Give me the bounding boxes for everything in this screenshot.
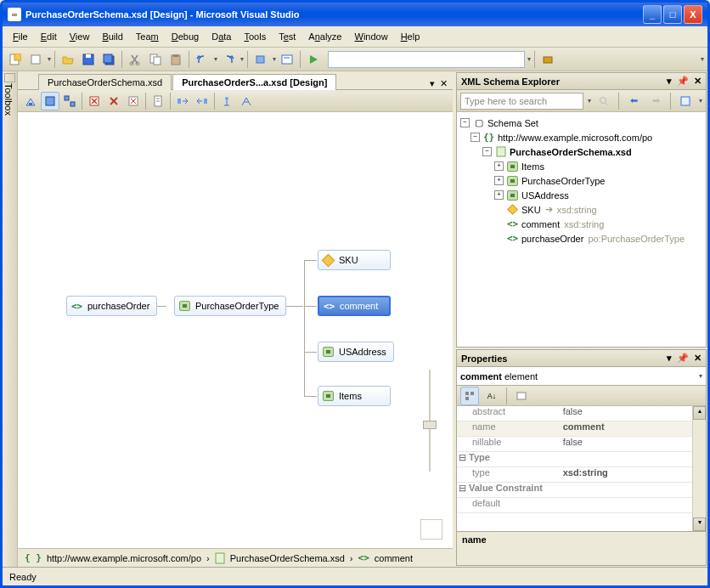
menu-tools[interactable]: Tools (239, 29, 271, 44)
save-all-button[interactable] (99, 50, 118, 69)
toolbox-panel-collapsed[interactable]: Toolbox (3, 71, 18, 567)
node-comment[interactable]: <> comment (318, 296, 391, 316)
collapse-icon[interactable]: ⊟ (457, 452, 467, 466)
zoom-slider[interactable] (420, 361, 439, 506)
tree-purchase-order[interactable]: <>purchaseOrderpo:PurchaseOrderType (459, 231, 704, 246)
menu-team[interactable]: Team (131, 29, 164, 44)
collapse-icon[interactable]: ⊟ (457, 483, 467, 497)
prop-row-default[interactable]: default (457, 498, 692, 513)
combo-chevron-icon[interactable]: ▾ (527, 55, 531, 63)
breadcrumb-ns[interactable]: http://www.example.microsoft.com/po (47, 553, 201, 563)
properties-object-selector[interactable]: comment element ▾ (457, 367, 706, 386)
design-canvas[interactable]: <> purchaseOrder PurchaseOrderType SKU <… (18, 112, 453, 548)
add-dropdown[interactable]: ▾ (48, 55, 51, 63)
minimize-button[interactable]: _ (643, 5, 662, 24)
prop-value[interactable]: xsd:string (563, 467, 692, 482)
collapse-icon[interactable]: − (460, 118, 470, 127)
categorized-button[interactable] (460, 387, 479, 405)
prop-row-abstract[interactable]: abstractfalse (457, 406, 692, 421)
zoom-thumb[interactable] (423, 421, 437, 429)
tree-schema-set[interactable]: −▢Schema Set (459, 116, 704, 130)
find-button[interactable] (278, 50, 296, 69)
tree-sku[interactable]: SKU➔xsd:string (459, 202, 704, 217)
collapse-icon[interactable]: − (482, 147, 492, 156)
tab-xsd-source[interactable]: PurchaseOrderSchema.xsd (38, 74, 172, 90)
search-dropdown-icon[interactable]: ▾ (588, 97, 591, 105)
prop-row-type[interactable]: typexsd:string (457, 467, 692, 483)
close-button[interactable]: X (684, 5, 702, 24)
new-project-button[interactable] (6, 50, 25, 69)
collapse-icon[interactable]: − (471, 133, 480, 142)
top-to-bottom-button[interactable] (217, 92, 236, 110)
node-sku[interactable]: SKU (318, 250, 391, 270)
auto-hide-pin-icon[interactable]: 📌 (677, 353, 689, 364)
expand-icon[interactable]: + (494, 190, 504, 200)
tree-items[interactable]: +Items (459, 159, 704, 173)
active-files-dropdown-icon[interactable]: ▾ (430, 78, 435, 89)
search-go-button[interactable] (594, 92, 613, 110)
search-input[interactable]: Type here to search (460, 93, 583, 110)
open-button[interactable] (59, 50, 77, 69)
right-to-left-button[interactable] (193, 92, 211, 110)
cut-button[interactable] (126, 50, 144, 69)
toolbox-button[interactable] (538, 50, 557, 69)
clear-workspace-button[interactable] (85, 92, 104, 110)
prop-row-nillable[interactable]: nillablefalse (457, 437, 692, 452)
tree-comment[interactable]: <>commentxsd:string (459, 217, 704, 231)
tree-namespace[interactable]: −{}http://www.example.microsoft.com/po (459, 130, 704, 144)
window-position-icon[interactable]: ▾ (667, 353, 672, 364)
tree-file[interactable]: −PurchaseOrderSchema.xsd (459, 144, 704, 159)
selector-dropdown-icon[interactable]: ▾ (699, 372, 702, 380)
show-documentation-button[interactable] (149, 92, 167, 110)
close-document-button[interactable]: ✕ (440, 78, 448, 89)
menu-edit[interactable]: Edit (36, 29, 62, 44)
toolbar-chevron-icon[interactable]: ▾ (701, 55, 704, 63)
menu-window[interactable]: Window (350, 29, 393, 44)
scroll-down-icon[interactable]: ▾ (693, 517, 706, 531)
menu-test[interactable]: Test (273, 29, 301, 44)
properties-scrollbar[interactable]: ▴ ▾ (692, 406, 706, 531)
prop-value[interactable]: comment (563, 421, 692, 436)
add-item-button[interactable] (26, 50, 45, 69)
tree-pot[interactable]: +PurchaseOrderType (459, 173, 704, 188)
paste-button[interactable] (166, 50, 185, 69)
close-panel-icon[interactable]: ✕ (694, 353, 702, 364)
expand-icon[interactable]: + (494, 161, 504, 171)
close-panel-icon[interactable]: ✕ (694, 76, 702, 87)
property-pages-button[interactable] (512, 387, 531, 405)
nav-back-button[interactable] (251, 50, 270, 69)
tab-xsd-design[interactable]: PurchaseOrderS...a.xsd [Design] (172, 74, 336, 90)
options-button[interactable] (676, 92, 695, 110)
breadcrumb-file[interactable]: PurchaseOrderSchema.xsd (230, 553, 345, 563)
menu-help[interactable]: Help (396, 29, 425, 44)
menu-file[interactable]: FFileile (8, 29, 33, 44)
alphabetical-button[interactable]: A↓ (482, 387, 501, 405)
node-purchase-order[interactable]: <> purchaseOrder (66, 296, 157, 316)
prop-row-name[interactable]: namecomment (457, 421, 692, 437)
menu-data[interactable]: Data (206, 29, 236, 44)
prop-value[interactable]: false (563, 437, 692, 451)
menu-debug[interactable]: Debug (166, 29, 204, 44)
node-items[interactable]: Items (318, 386, 391, 406)
breadcrumb-selected[interactable]: comment (375, 553, 413, 563)
prop-category-value-constraint[interactable]: ⊟Value Constraint (457, 483, 692, 498)
node-purchase-order-type[interactable]: PurchaseOrderType (174, 296, 286, 316)
menu-view[interactable]: View (65, 29, 95, 44)
maximize-button[interactable]: □ (663, 5, 682, 24)
undo-dropdown[interactable]: ▾ (214, 55, 217, 63)
forward-button[interactable]: ➡ (646, 92, 665, 110)
prop-value[interactable]: false (563, 406, 692, 421)
graph-view-button[interactable] (60, 92, 79, 110)
left-to-right-button[interactable] (173, 92, 192, 110)
scroll-up-icon[interactable]: ▴ (693, 406, 706, 420)
menu-build[interactable]: Build (97, 29, 127, 44)
undo-button[interactable] (193, 50, 211, 69)
nav-dropdown[interactable]: ▾ (273, 55, 276, 63)
copy-button[interactable] (146, 50, 165, 69)
remove-from-workspace-button[interactable] (104, 92, 123, 110)
save-button[interactable] (79, 50, 98, 69)
node-usaddress[interactable]: USAddress (318, 342, 394, 362)
bottom-to-top-button[interactable] (237, 92, 256, 110)
prop-category-type[interactable]: ⊟Type (457, 452, 692, 467)
content-model-view-button[interactable] (41, 92, 59, 110)
